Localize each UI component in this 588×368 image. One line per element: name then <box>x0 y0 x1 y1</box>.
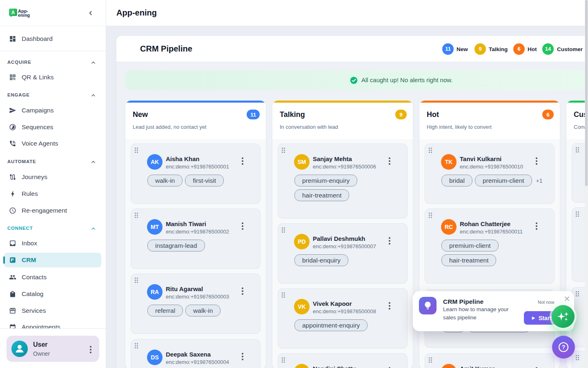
svg-text:A: A <box>11 10 15 16</box>
svg-text:?: ? <box>562 344 566 350</box>
